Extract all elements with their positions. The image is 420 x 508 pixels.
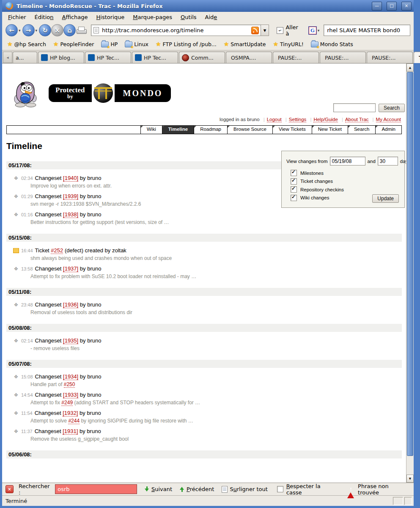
bookmark-item[interactable]: FTP Listing of /pub... bbox=[156, 41, 217, 47]
url-dropdown-button[interactable]: ▾ bbox=[261, 25, 269, 36]
browser-tab[interactable]: HP Tec... × bbox=[85, 52, 131, 63]
entry-desc-link[interactable]: #249 bbox=[61, 400, 73, 406]
entry-link[interactable]: [1938] bbox=[63, 211, 78, 218]
trac-search-input[interactable] bbox=[333, 103, 376, 112]
go-button[interactable]: ↵ Aller à bbox=[275, 23, 304, 38]
metanav-link[interactable]: Logout bbox=[267, 117, 282, 122]
back-button[interactable]: ← bbox=[5, 24, 18, 36]
metanav-separator: | bbox=[264, 117, 265, 122]
mainnav-tab[interactable]: Search bbox=[348, 126, 375, 134]
mondorescue-penguin-logo[interactable] bbox=[12, 79, 38, 108]
home-button[interactable]: ⌂ bbox=[63, 24, 76, 36]
metanav-link[interactable]: My Account bbox=[376, 117, 401, 122]
from-date-input[interactable] bbox=[330, 157, 365, 166]
reload-button[interactable]: ↻ bbox=[39, 24, 51, 36]
entry-desc-link[interactable]: #244 bbox=[68, 418, 80, 424]
tab-bar: ◂ a... × HP blog... × HP Tec... bbox=[2, 50, 414, 64]
mainnav-tab[interactable]: New Ticket bbox=[312, 126, 348, 134]
protected-by-mondo-badge[interactable]: Protected by MONDO bbox=[49, 83, 171, 103]
entry-link[interactable]: [1936] bbox=[63, 301, 78, 308]
entry-link[interactable]: [1939] bbox=[63, 193, 78, 200]
mainnav-tab[interactable]: Admin bbox=[375, 126, 401, 134]
browser-tab[interactable]: Tim... × bbox=[414, 52, 420, 63]
bookmark-item[interactable]: Linux bbox=[125, 41, 148, 47]
rss-feed-icon[interactable] bbox=[251, 27, 259, 34]
bookmark-item[interactable]: @hp Search bbox=[7, 41, 46, 47]
entry-link[interactable]: [1935] bbox=[63, 337, 78, 344]
match-case-control[interactable]: Respecter la casse bbox=[277, 483, 336, 496]
entry-description: Handle part of #250 bbox=[30, 381, 402, 388]
entry-title-author: (defect) created by zoltak bbox=[65, 247, 126, 254]
entry-link[interactable]: [1934] bbox=[63, 373, 78, 380]
mainnav-tab[interactable]: Timeline bbox=[162, 126, 194, 134]
highlight-all-button[interactable]: Surligner tout bbox=[222, 486, 267, 493]
bookmark-item[interactable]: Mondo Stats bbox=[311, 41, 353, 47]
checkbox[interactable] bbox=[291, 186, 297, 193]
web-search-bar[interactable] bbox=[324, 25, 410, 36]
bookmark-label: Linux bbox=[134, 41, 148, 47]
browser-tab[interactable]: Comm... × bbox=[179, 52, 225, 63]
mainnav-tab[interactable]: View Tickets bbox=[272, 126, 312, 134]
menu-item[interactable]: Historique bbox=[92, 13, 129, 22]
google-icon[interactable]: G bbox=[308, 26, 316, 35]
bookmark-item[interactable]: HP bbox=[101, 41, 118, 47]
menu-item[interactable]: Aide bbox=[201, 13, 222, 22]
menu-item[interactable]: Affichage bbox=[58, 13, 92, 22]
browser-tab[interactable]: HP blog... × bbox=[38, 52, 84, 63]
stop-button[interactable]: × bbox=[51, 24, 63, 36]
days-back-input[interactable] bbox=[378, 157, 398, 166]
browser-tab[interactable]: PAUSE:... × bbox=[320, 52, 366, 63]
mainnav-tab[interactable]: Wiki bbox=[140, 126, 162, 134]
entry-link[interactable]: [1931] bbox=[63, 428, 78, 435]
forward-button[interactable]: → bbox=[22, 24, 35, 36]
update-button[interactable]: Update bbox=[372, 194, 399, 203]
browser-tab[interactable]: OSMPA.... × bbox=[226, 52, 272, 63]
menu-item[interactable]: Édition bbox=[30, 13, 58, 22]
browser-tab[interactable]: a... × bbox=[13, 52, 37, 63]
checkbox[interactable] bbox=[291, 170, 297, 176]
menu-item[interactable]: Outils bbox=[176, 13, 201, 22]
find-next-button[interactable]: Suivant bbox=[145, 486, 172, 492]
bookmark-item[interactable]: SmartUpdate bbox=[224, 41, 266, 47]
find-input[interactable] bbox=[55, 484, 137, 494]
browser-tab[interactable]: PAUSE:... × bbox=[273, 52, 319, 63]
bookmark-item[interactable]: PeopleFinder bbox=[53, 41, 94, 47]
entry-link[interactable]: #252 bbox=[51, 247, 63, 254]
entry-link[interactable]: [1937] bbox=[63, 265, 78, 272]
match-case-checkbox[interactable] bbox=[277, 486, 283, 492]
metanav-link[interactable]: Settings bbox=[289, 117, 307, 122]
scroll-down-button[interactable]: ▼ bbox=[406, 475, 414, 483]
checkbox[interactable] bbox=[291, 178, 297, 185]
entry-link[interactable]: [1932] bbox=[63, 410, 78, 417]
find-previous-button[interactable]: Précédent bbox=[180, 486, 214, 492]
scroll-up-button[interactable]: ▲ bbox=[406, 64, 414, 72]
browser-tab[interactable]: PAUSE:... × bbox=[367, 52, 413, 63]
mainnav-tab[interactable]: Browse Source bbox=[227, 126, 272, 134]
browser-tab[interactable]: HP Tec... × bbox=[132, 52, 178, 63]
metanav-link[interactable]: About Trac bbox=[345, 117, 369, 122]
print-icon[interactable] bbox=[77, 27, 87, 34]
forward-dropdown-icon[interactable]: ▾ bbox=[35, 28, 38, 33]
mainnav-tab[interactable]: Roadmap bbox=[194, 126, 227, 134]
scrollbar-thumb[interactable] bbox=[407, 72, 413, 456]
bookmark-item[interactable]: TinyURL! bbox=[273, 41, 303, 47]
url-bar[interactable] bbox=[91, 25, 261, 36]
maximize-button[interactable]: □ bbox=[387, 2, 397, 11]
checkbox[interactable] bbox=[291, 195, 297, 201]
find-close-button[interactable]: × bbox=[5, 485, 14, 493]
entry-link[interactable]: [1940] bbox=[63, 175, 78, 182]
metanav-link[interactable]: Help/Guide bbox=[313, 117, 338, 122]
entry-desc-link[interactable]: #250 bbox=[64, 381, 75, 388]
web-search-input[interactable] bbox=[326, 27, 408, 34]
menu-item[interactable]: Fichier bbox=[4, 13, 30, 22]
resize-grip[interactable] bbox=[404, 497, 412, 505]
back-dropdown-icon[interactable]: ▾ bbox=[18, 28, 22, 33]
entry-link[interactable]: [1933] bbox=[63, 392, 78, 398]
close-button[interactable]: × bbox=[401, 2, 412, 11]
trac-search-button[interactable]: Search bbox=[379, 104, 405, 112]
url-input[interactable] bbox=[101, 27, 250, 34]
search-engine-dropdown-icon[interactable]: ▾ bbox=[317, 28, 321, 33]
minimize-button[interactable]: — bbox=[372, 2, 382, 11]
tab-scroll-left-button[interactable]: ◂ bbox=[3, 52, 12, 63]
menu-item[interactable]: Marque-pages bbox=[129, 13, 176, 22]
